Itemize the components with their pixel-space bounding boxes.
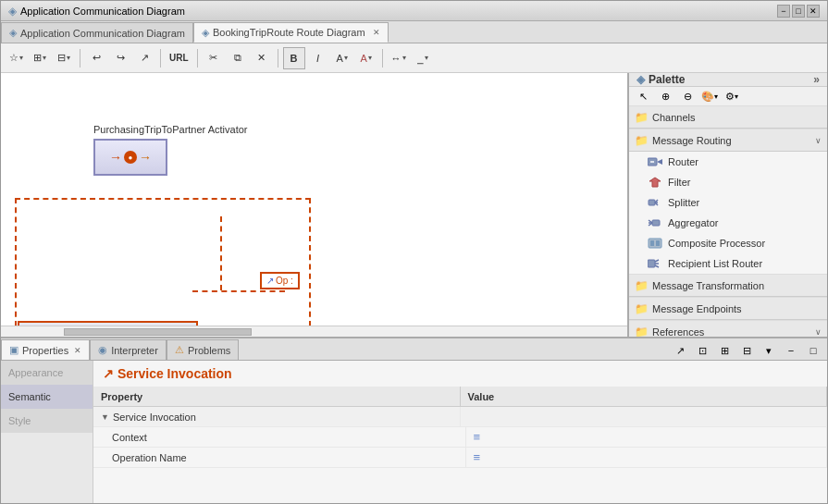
layout-icon: ⊟	[57, 52, 66, 64]
folder-icon: 📁	[635, 111, 649, 124]
channels-header[interactable]: 📁 Channels	[629, 106, 827, 129]
settings-button[interactable]: ⚙ ▾	[722, 87, 742, 105]
nav-item-appearance[interactable]: Appearance	[1, 361, 93, 385]
message-endpoints-header[interactable]: 📁 Message Endpoints	[629, 298, 827, 320]
palette-item-router[interactable]: Router	[629, 152, 827, 172]
dropdown-arrow-icon: ▾	[67, 54, 70, 62]
context-label: Context	[112, 432, 147, 443]
arrows-button[interactable]: ↔ ▾	[388, 47, 410, 69]
message-endpoints-label: Message Endpoints	[652, 303, 742, 314]
export-button[interactable]: ↗	[133, 47, 155, 69]
cut-button[interactable]: ✂	[203, 47, 225, 69]
palette-item-filter[interactable]: Filter	[629, 172, 827, 192]
url-button[interactable]: URL	[166, 47, 192, 69]
main-toolbar: ☆ ▾ ⊞ ▾ ⊟ ▾ ↩ ↪ ↗ URL ✂ ⧉ ✕ B I A ▾ A ▾	[1, 43, 827, 73]
text-size-button[interactable]: A ▾	[331, 47, 353, 69]
tab-close-icon[interactable]: ✕	[373, 28, 380, 37]
font-button[interactable]: A ▾	[355, 47, 377, 69]
color-button[interactable]: 🎨 ▾	[699, 87, 720, 105]
bottom-left-nav: Appearance Semantic Style	[1, 361, 93, 503]
canvas-area[interactable]: PurchasingTripToPartner Activator → ● → …	[1, 73, 628, 337]
table-row: Context ≡	[93, 427, 827, 448]
copy-button[interactable]: ⧉	[227, 47, 249, 69]
grid-button[interactable]: ⊞ ▾	[29, 47, 51, 69]
separator-4	[278, 49, 278, 68]
title-bar-text: Application Communication Diagram	[20, 6, 185, 17]
tab-icon: ◈	[9, 27, 17, 39]
grid-icon: ⊞	[33, 52, 42, 64]
tab-app-comm[interactable]: ◈ Application Communication Diagram	[1, 22, 193, 43]
italic-button[interactable]: I	[307, 47, 329, 69]
palette-toolbar: ↖ ⊕ ⊖ 🎨 ▾ ⚙ ▾	[629, 87, 827, 106]
minimize-icon: −	[788, 345, 794, 356]
dropdown-arrow-icon: ▾	[43, 54, 46, 62]
palette-section-channels: 📁 Channels	[629, 106, 827, 129]
palette-item-recipient[interactable]: Recipient List Router	[629, 253, 827, 274]
select-tool-button[interactable]: ↖	[633, 87, 653, 105]
palette-collapse-button[interactable]: »	[813, 73, 820, 86]
expand-button[interactable]: ⊞	[714, 341, 735, 360]
message-routing-header[interactable]: 📁 Message Routing ∨	[629, 129, 827, 152]
nav-item-semantic[interactable]: Semantic	[1, 385, 93, 409]
palette-item-splitter[interactable]: Splitter	[629, 192, 827, 213]
router-label: Router	[668, 156, 698, 167]
delete-button[interactable]: ✕	[251, 47, 273, 69]
arrow-in-icon: →	[109, 150, 122, 165]
tab-booking-route[interactable]: ◈ BookingTripRoute Route Diagram ✕	[193, 22, 389, 43]
collapse-button[interactable]: ⊟	[736, 341, 757, 360]
table-row: ▼ Service Invocation	[93, 407, 827, 427]
dashed-line-horizontal	[192, 290, 285, 292]
italic-label: I	[316, 53, 319, 64]
dropdown-arrow-icon: ▾	[735, 92, 738, 101]
open-external-button[interactable]: ↗	[670, 341, 690, 360]
channels-label: Channels	[652, 112, 695, 123]
message-transformation-header[interactable]: 📁 Message Transformation	[629, 275, 827, 297]
router-icon	[648, 154, 662, 169]
interpreter-tab-label: Interpreter	[111, 345, 158, 356]
splitter-icon	[648, 195, 662, 210]
tab-interpreter[interactable]: ◉ Interpreter	[90, 339, 167, 360]
zoom-in-icon: ⊕	[661, 91, 670, 103]
separator-5	[382, 49, 383, 68]
bold-button[interactable]: B	[283, 47, 305, 69]
maximize-panel-button[interactable]: □	[803, 341, 823, 360]
hscroll-thumb[interactable]	[64, 328, 252, 336]
layout-button[interactable]: ⊟ ▾	[53, 47, 75, 69]
maximize-button[interactable]: □	[792, 5, 805, 18]
tab-properties[interactable]: ▣ Properties ✕	[1, 339, 90, 360]
zoom-out-button[interactable]: ⊖	[677, 87, 698, 105]
nav-item-style[interactable]: Style	[1, 409, 93, 433]
minimize-button[interactable]: −	[777, 5, 790, 18]
undo-button[interactable]: ↩	[85, 47, 107, 69]
new-button[interactable]: ☆ ▾	[5, 47, 27, 69]
maximize-icon: □	[810, 345, 817, 356]
line-button[interactable]: ⎯ ▾	[412, 47, 434, 69]
title-bar-controls: − □ ✕	[777, 5, 820, 18]
redo-button[interactable]: ↪	[109, 47, 131, 69]
copy-icon: ⧉	[234, 52, 241, 64]
references-label: References	[652, 326, 704, 338]
activator-box[interactable]: → ● →	[93, 139, 167, 176]
recipient-list-router-icon	[648, 256, 662, 271]
center-dot-icon: ●	[129, 154, 133, 162]
minimize-panel-button[interactable]: −	[781, 341, 801, 360]
tab-problems[interactable]: ⚠ Problems	[167, 339, 239, 360]
settings-icon: ⚙	[725, 91, 735, 103]
palette-item-composite[interactable]: Composite Processor	[629, 233, 827, 253]
prop-value-context[interactable]: ≡	[466, 427, 828, 447]
export-icon: ↗	[141, 52, 149, 64]
svg-line-18	[655, 265, 659, 267]
properties-tab-close-icon[interactable]: ✕	[74, 346, 81, 355]
bottom-content: Appearance Semantic Style ↗ Service Invo…	[1, 361, 827, 503]
svg-rect-11	[652, 220, 660, 226]
more-button[interactable]: ▾	[759, 341, 779, 360]
zoom-in-button[interactable]: ⊕	[655, 87, 675, 105]
select-all-button[interactable]: ⊡	[692, 341, 712, 360]
prop-value-service-invocation	[461, 407, 828, 426]
section-title-text: Service Invocation	[117, 366, 232, 381]
references-header[interactable]: 📁 References ∨	[629, 321, 827, 337]
canvas-hscroll[interactable]	[1, 326, 627, 337]
prop-value-operation-name[interactable]: ≡	[466, 448, 828, 467]
close-button[interactable]: ✕	[807, 5, 820, 18]
palette-item-aggregator[interactable]: Aggregator	[629, 213, 827, 233]
